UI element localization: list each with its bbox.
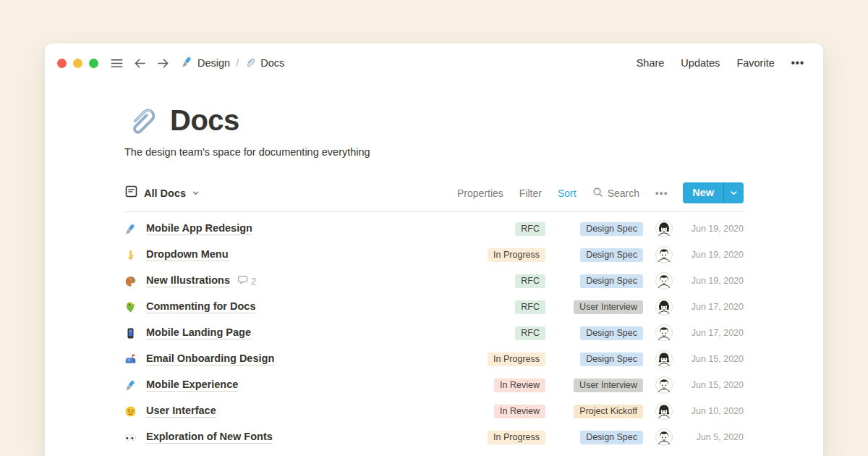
status-badge[interactable]: In Progress: [488, 248, 545, 262]
comment-count-value: 2: [251, 276, 256, 287]
avatar[interactable]: [655, 298, 673, 316]
category-badge[interactable]: User Interview: [574, 300, 643, 314]
palette-icon: [124, 275, 138, 287]
avatar[interactable]: [655, 376, 673, 394]
updates-button[interactable]: Updates: [681, 57, 720, 69]
doc-title[interactable]: Mobile Experience: [146, 379, 238, 392]
category-badge[interactable]: Design Spec: [580, 248, 643, 262]
avatar[interactable]: [655, 402, 673, 420]
paintbrush-icon: [181, 56, 193, 70]
close-window-button[interactable]: [57, 59, 67, 68]
status-cell: In Review: [477, 405, 545, 418]
doc-title[interactable]: User Interface: [146, 405, 216, 418]
new-button-label: New: [683, 182, 723, 203]
status-badge[interactable]: In Review: [494, 405, 545, 418]
category-cell: User Interview: [558, 300, 643, 314]
status-cell: In Progress: [477, 248, 545, 262]
mailbox-icon: [124, 353, 138, 366]
table-row[interactable]: Commenting for DocsRFCUser InterviewJun …: [124, 294, 744, 320]
status-badge[interactable]: RFC: [515, 300, 545, 314]
forward-icon[interactable]: [156, 56, 170, 70]
status-badge[interactable]: In Review: [494, 379, 545, 392]
breadcrumb-item-docs[interactable]: Docs: [244, 56, 284, 70]
avatar[interactable]: [655, 324, 673, 342]
comment-bubble-icon: [237, 274, 248, 287]
breadcrumb-label: Docs: [260, 57, 284, 69]
doc-title[interactable]: Exploration of New Fonts: [146, 431, 273, 444]
table-row[interactable]: User InterfaceIn ReviewProject KickoffJu…: [124, 398, 744, 424]
row-date: Jun 17, 2020: [683, 302, 744, 312]
view-toolbar: All Docs Properties Filter Sort Search •…: [124, 182, 744, 212]
status-badge[interactable]: In Progress: [488, 352, 545, 366]
avatar[interactable]: [655, 350, 673, 368]
doc-title[interactable]: New Illustrations: [146, 274, 230, 287]
category-badge[interactable]: Design Spec: [580, 431, 643, 444]
category-badge[interactable]: Design Spec: [580, 274, 643, 288]
row-date: Jun 19, 2020: [683, 276, 744, 286]
doc-title[interactable]: Commenting for Docs: [146, 300, 255, 313]
avatar[interactable]: [655, 428, 673, 446]
toolbar-more-icon[interactable]: •••: [655, 187, 668, 198]
table-row[interactable]: Exploration of New FontsIn ProgressDesig…: [124, 424, 744, 450]
doc-title[interactable]: Mobile Landing Page: [146, 326, 251, 339]
avatar[interactable]: [655, 220, 673, 237]
table-row[interactable]: Dropdown MenuIn ProgressDesign SpecJun 1…: [124, 242, 744, 268]
doc-title[interactable]: Mobile App Redesign: [146, 222, 252, 235]
avatar[interactable]: [655, 272, 673, 290]
table-row[interactable]: Mobile Landing PageRFCDesign SpecJun 17,…: [124, 320, 744, 346]
minimize-window-button[interactable]: [73, 59, 82, 68]
category-badge[interactable]: Design Spec: [580, 222, 643, 236]
zoom-window-button[interactable]: [89, 59, 98, 68]
row-date: Jun 15, 2020: [683, 354, 744, 364]
search-icon: [592, 187, 603, 200]
page-title: Docs: [170, 104, 239, 137]
table-row[interactable]: New Illustrations2RFCDesign SpecJun 19, …: [124, 268, 744, 294]
category-badge[interactable]: Design Spec: [580, 352, 643, 366]
table-row[interactable]: Mobile ExperienceIn ReviewUser Interview…: [124, 372, 744, 398]
window-topbar: Design / Docs Share Updates Favorite •••: [45, 43, 823, 77]
status-badge[interactable]: In Progress: [488, 431, 545, 444]
doc-title[interactable]: Email Onboarding Design: [146, 352, 274, 366]
category-cell: Design Spec: [558, 222, 643, 236]
status-cell: In Review: [477, 379, 545, 392]
breadcrumb-item-design[interactable]: Design: [181, 56, 230, 70]
breadcrumb-label: Design: [197, 57, 230, 69]
category-cell: Project Kickoff: [558, 405, 643, 418]
app-window: Design / Docs Share Updates Favorite •••…: [45, 43, 823, 456]
view-switcher[interactable]: All Docs: [124, 185, 200, 201]
share-button[interactable]: Share: [637, 57, 665, 69]
category-badge[interactable]: Design Spec: [580, 326, 643, 340]
more-options-icon[interactable]: •••: [791, 57, 804, 69]
table-row[interactable]: Mobile App RedesignRFCDesign SpecJun 19,…: [124, 216, 744, 242]
back-icon[interactable]: [133, 56, 147, 70]
status-badge[interactable]: RFC: [515, 222, 545, 236]
category-cell: Design Spec: [558, 248, 643, 262]
table-row[interactable]: Email Onboarding DesignIn ProgressDesign…: [124, 346, 744, 372]
row-date: Jun 19, 2020: [683, 250, 744, 260]
favorite-button[interactable]: Favorite: [736, 57, 774, 69]
search-button[interactable]: Search: [592, 187, 639, 200]
status-badge[interactable]: RFC: [515, 326, 545, 340]
row-date: Jun 17, 2020: [683, 328, 744, 338]
doc-title[interactable]: Dropdown Menu: [146, 248, 229, 261]
category-cell: User Interview: [558, 379, 643, 392]
category-cell: Design Spec: [558, 352, 643, 366]
sort-button[interactable]: Sort: [558, 187, 576, 199]
comment-count[interactable]: 2: [237, 274, 256, 287]
filter-button[interactable]: Filter: [519, 187, 542, 199]
page-content: Docs The design team's space for documen…: [45, 103, 823, 450]
breadcrumb-separator: /: [236, 57, 239, 69]
page-title-row: Docs: [124, 103, 744, 138]
category-badge[interactable]: Project Kickoff: [574, 405, 643, 418]
paperclip-page-icon[interactable]: [124, 103, 159, 138]
new-button[interactable]: New: [683, 182, 744, 203]
category-badge[interactable]: User Interview: [574, 379, 643, 392]
chevron-down-icon[interactable]: [724, 182, 744, 203]
status-cell: RFC: [477, 222, 545, 236]
status-badge[interactable]: RFC: [515, 274, 545, 288]
hamburger-menu-icon[interactable]: [110, 56, 124, 70]
avatar[interactable]: [655, 246, 673, 263]
category-cell: Design Spec: [558, 431, 643, 444]
search-label: Search: [608, 187, 639, 199]
properties-button[interactable]: Properties: [457, 187, 503, 199]
